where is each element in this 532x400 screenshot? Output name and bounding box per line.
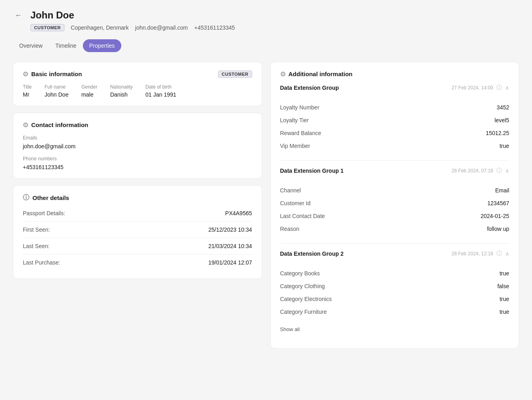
ext-group-2: Data Extension Group 2 28 Feb 2024, 12:1…: [280, 250, 510, 332]
ext-row-value: 2024-01-25: [480, 213, 509, 219]
ext-row-label: Vip Member: [280, 143, 310, 149]
ext-row: Channel Email: [280, 184, 510, 197]
fullname-value: John Doe: [44, 91, 68, 98]
ext-row: Customer Id 1234567: [280, 197, 510, 210]
first-seen-label: First Seen:: [23, 226, 50, 233]
ext-group-2-info-icon[interactable]: ⓘ: [496, 250, 502, 257]
sub-header: CUSTOMER Copenhagen, Denmark john.doe@gm…: [30, 24, 519, 31]
customer-badge: CUSTOMER: [30, 24, 64, 31]
ext-group-1-fields: Channel Email Customer Id 1234567 Last C…: [280, 184, 510, 235]
passport-label: Passport Details:: [23, 210, 65, 216]
ext-row-value: true: [500, 309, 509, 315]
last-seen-label: Last Seen:: [23, 243, 50, 249]
other-details-title: ⓘ Other details: [23, 194, 252, 202]
page-header: ← John Doe: [13, 10, 519, 21]
title-value: Mr: [23, 91, 32, 98]
ext-row: Reason follow up: [280, 222, 510, 235]
ext-group-2-chevron-icon[interactable]: ∧: [505, 251, 509, 257]
ext-row: Category Clothing false: [280, 280, 510, 293]
ext-group-0-header: Data Extension Group 27 Feb 2024, 14:00 …: [280, 84, 510, 96]
left-column: ⊙ Basic information CUSTOMER Title Mr Fu…: [13, 62, 262, 349]
ext-row-value: Email: [495, 187, 509, 194]
ext-row: Category Electronics true: [280, 293, 510, 305]
location-text: Copenhagen, Denmark: [71, 24, 129, 31]
phones-label: Phone numbers: [23, 156, 252, 162]
ext-group-0: Data Extension Group 27 Feb 2024, 14:00 …: [280, 84, 510, 152]
ext-group-0-name: Data Extension Group: [280, 85, 339, 91]
ext-group-1-chevron-icon[interactable]: ∧: [505, 168, 509, 174]
ext-row-label: Reason: [280, 226, 299, 232]
nationality-label: Nationality: [110, 84, 132, 90]
ext-row: Reward Balance 15012.25: [280, 127, 510, 139]
ext-group-0-right: 27 Feb 2024, 14:00 ⓘ ∧: [452, 84, 509, 91]
back-button[interactable]: ←: [13, 10, 24, 21]
ext-group-2-right: 28 Feb 2024, 12:18 ⓘ ∧: [452, 250, 509, 257]
emails-label: Emails: [23, 135, 252, 141]
ext-group-1: Data Extension Group 1 28 Feb 2024, 07:1…: [280, 167, 510, 235]
last-purchase-row: Last Purchase: 19/01/2024 12:07: [23, 255, 252, 271]
fullname-col: Full name John Doe: [44, 84, 68, 98]
ext-row-label: Category Books: [280, 270, 320, 277]
tab-properties[interactable]: Properties: [83, 39, 121, 52]
ext-row-label: Category Electronics: [280, 296, 332, 302]
ext-row-label: Loyalty Number: [280, 104, 319, 111]
basic-info-badge: CUSTOMER: [218, 71, 252, 78]
content-grid: ⊙ Basic information CUSTOMER Title Mr Fu…: [13, 62, 519, 349]
ext-row-value: false: [497, 283, 509, 289]
additional-info-icon: ⊙: [280, 70, 285, 78]
ext-group-1-right: 28 Feb 2024, 07:18 ⓘ ∧: [452, 167, 509, 174]
additional-info-card: ⊙ Additional information Data Extension …: [270, 62, 520, 349]
nationality-value: Danish: [110, 91, 132, 98]
ext-row-value: 3452: [497, 104, 509, 111]
title-label: Title: [23, 84, 32, 90]
ext-row-label: Last Contact Date: [280, 213, 325, 219]
contact-info-card: ⊙ Contact information Emails john.doe@gm…: [13, 113, 262, 179]
ext-row-label: Reward Balance: [280, 130, 321, 136]
ext-group-0-info-icon[interactable]: ⓘ: [496, 84, 502, 91]
tab-overview[interactable]: Overview: [13, 39, 49, 52]
tab-timeline[interactable]: Timeline: [49, 39, 82, 52]
ext-group-2-name: Data Extension Group 2: [280, 251, 344, 257]
ext-group-2-fields: Category Books true Category Clothing fa…: [280, 267, 510, 318]
page: ← John Doe CUSTOMER Copenhagen, Denmark …: [0, 0, 532, 400]
ext-row-value: true: [500, 296, 509, 302]
email-text: john.doe@gmail.com: [135, 24, 188, 31]
ext-row: Loyalty Tier level5: [280, 114, 510, 127]
fullname-label: Full name: [44, 84, 68, 90]
ext-group-1-timestamp: 28 Feb 2024, 07:18: [452, 168, 493, 174]
ext-group-0-timestamp: 27 Feb 2024, 14:00: [452, 85, 493, 91]
basic-info-table: Title Mr Full name John Doe Gender male …: [23, 84, 252, 98]
gender-col: Gender male: [81, 84, 97, 98]
ext-group-2-timestamp: 28 Feb 2024, 12:18: [452, 251, 493, 257]
ext-group-0-fields: Loyalty Number 3452 Loyalty Tier level5 …: [280, 101, 510, 152]
ext-row: Category Furniture true: [280, 305, 510, 318]
ext-row-value: follow up: [487, 226, 509, 232]
first-seen-row: First Seen: 25/12/2023 10:34: [23, 222, 252, 238]
group-divider-1: [280, 160, 510, 161]
phone-value: +453161123345: [23, 164, 252, 170]
ext-row-value: level5: [494, 117, 509, 123]
ext-row-label: Channel: [280, 187, 301, 194]
passport-value: PX4A9565: [225, 210, 252, 216]
last-purchase-label: Last Purchase:: [23, 259, 60, 266]
ext-group-1-info-icon[interactable]: ⓘ: [496, 167, 502, 174]
ext-group-0-chevron-icon[interactable]: ∧: [505, 85, 509, 91]
ext-row: Loyalty Number 3452: [280, 101, 510, 114]
ext-row: Category Books true: [280, 267, 510, 280]
ext-row-label: Category Furniture: [280, 309, 327, 315]
passport-row: Passport Details: PX4A9565: [23, 205, 252, 222]
ext-row-value: 15012.25: [486, 130, 509, 136]
phones-section: Phone numbers +453161123345: [23, 156, 252, 170]
user-icon: ⊙: [23, 70, 28, 78]
ext-row-label: Customer Id: [280, 200, 311, 206]
group-divider-2: [280, 243, 510, 244]
dob-value: 01 Jan 1991: [145, 91, 176, 98]
ext-group-2-header: Data Extension Group 2 28 Feb 2024, 12:1…: [280, 250, 510, 262]
title-col: Title Mr: [23, 84, 32, 98]
gender-value: male: [81, 91, 97, 98]
page-title: John Doe: [30, 10, 74, 21]
show-all-button[interactable]: Show all: [280, 326, 300, 332]
ext-row-value: true: [500, 143, 509, 149]
ext-row-label: Category Clothing: [280, 283, 325, 289]
last-seen-value: 21/03/2024 10:34: [209, 243, 252, 249]
